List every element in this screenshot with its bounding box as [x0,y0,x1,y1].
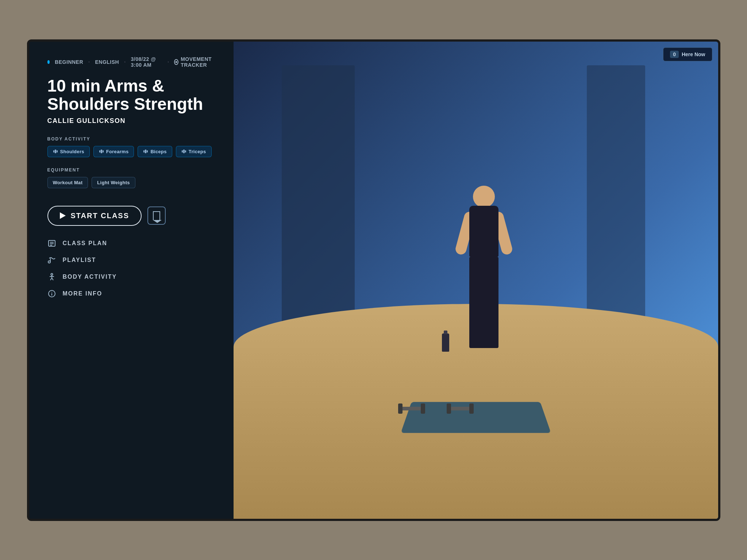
svg-rect-5 [103,150,104,152]
here-now-badge: 0 Here Now [663,47,712,61]
menu-item-body-activity[interactable]: BODY ACTIVITY [47,273,219,281]
tag-biceps[interactable]: Biceps [138,146,172,157]
level-dot [47,60,50,64]
tag-triceps[interactable]: Triceps [176,146,212,157]
workout-background: 0 Here Now [234,42,718,519]
body-icon-shoulders [53,149,58,154]
tracker-icon [174,59,178,65]
svg-point-18 [51,273,53,275]
menu-item-more-info[interactable]: MORE INFO [47,289,219,298]
tag-forearms[interactable]: Forearms [93,146,134,157]
svg-line-22 [52,278,53,280]
body-icon-triceps [181,149,186,154]
instructor-figure [444,186,524,375]
language-label: ENGLISH [95,59,119,65]
tag-shoulders[interactable]: Shoulders [47,146,90,157]
metadata-bar: BEGINNER · ENGLISH · 3/08/22 @ 3:00 AM ·… [47,56,219,68]
bookmark-button[interactable] [147,206,166,225]
here-now-label: Here Now [682,51,705,57]
svg-rect-8 [147,150,148,152]
svg-rect-11 [185,150,186,152]
body-activity-tags: Shoulders Forearms Biceps [47,146,219,157]
menu-item-playlist[interactable]: PLAYLIST [47,256,219,264]
menu-list: CLASS PLAN PLAYLIST [47,239,219,298]
left-panel: BEGINNER · ENGLISH · 3/08/22 @ 3:00 AM ·… [29,42,234,519]
start-class-button[interactable]: START CLASS [47,206,142,226]
figure-head [473,186,495,208]
body-icon-forearms [99,149,104,154]
figure-legs [469,257,498,348]
svg-rect-3 [99,150,100,152]
svg-rect-0 [53,150,54,152]
here-now-count: 0 [670,51,679,58]
dumbbell-right [447,403,474,414]
tag-workout-mat[interactable]: Workout Mat [47,177,88,188]
level-label: BEGINNER [55,59,83,65]
svg-rect-9 [182,150,183,152]
instructor-name: CALLIE GULLICKSON [47,117,219,125]
figure-body [469,206,498,257]
play-icon [60,212,66,219]
water-bottle [442,333,449,352]
svg-rect-6 [143,150,145,152]
playlist-icon [47,256,56,264]
body-icon-biceps [143,149,148,154]
tracker-info: MOVEMENT TRACKER [174,56,219,68]
body-activity-menu-icon [47,273,56,281]
equipment-tags: Workout Mat Light Weights [47,177,219,188]
tag-light-weights[interactable]: Light Weights [92,177,135,188]
date-label: 3/08/22 @ 3:00 AM [131,56,162,68]
svg-rect-4 [101,150,102,153]
tracker-label: MOVEMENT TRACKER [181,56,219,68]
workout-title: 10 min Arms & Shoulders Strength [47,77,219,113]
menu-item-class-plan[interactable]: CLASS PLAN [47,239,219,248]
svg-rect-7 [145,150,146,153]
tv-screen: BEGINNER · ENGLISH · 3/08/22 @ 3:00 AM ·… [27,39,720,521]
right-panel: 0 Here Now [234,42,718,519]
more-info-icon [47,289,56,298]
dumbbell-left [398,403,425,414]
class-plan-icon [47,239,56,248]
svg-point-25 [51,292,52,293]
bookmark-icon [153,211,160,220]
svg-rect-2 [57,150,58,152]
body-activity-label: BODY ACTIVITY [47,136,219,142]
equipment-label: EQUIPMENT [47,167,219,173]
svg-rect-1 [55,150,56,153]
action-buttons: START CLASS [47,206,219,226]
svg-rect-10 [183,150,185,153]
